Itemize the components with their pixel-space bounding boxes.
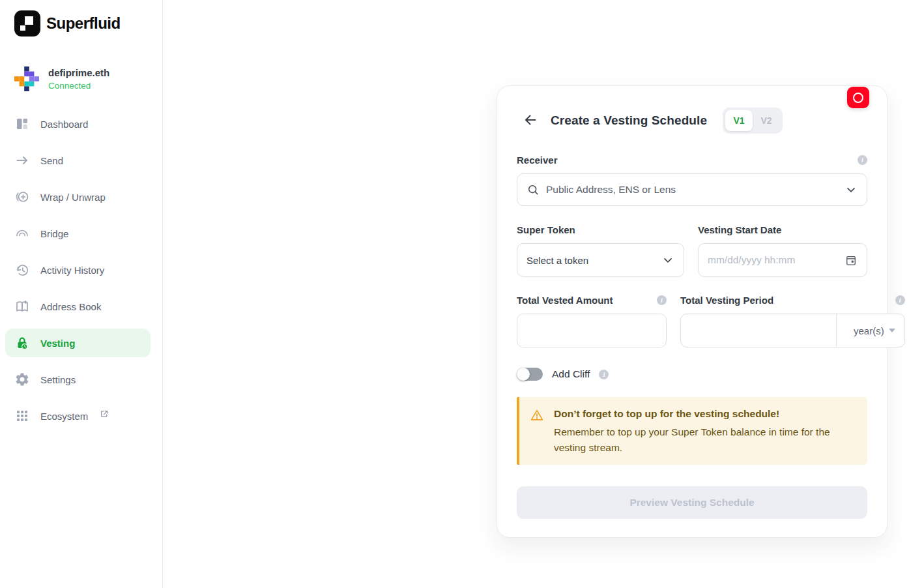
tab-v2[interactable]: V2 [753,110,780,131]
preview-vesting-schedule-button[interactable]: Preview Vesting Schedule [517,486,867,519]
chevron-down-icon [661,254,674,267]
alert-body: Remember to top up your Super Token bala… [554,424,847,455]
sidebar: Superfluid defiprime.eth Connected Dashb… [0,0,163,588]
total-vesting-period-label: Total Vesting Period [680,295,773,306]
network-badge-button[interactable] [847,87,869,108]
total-vesting-period-field[interactable]: year(s) [680,314,905,347]
sidebar-item-settings[interactable]: Settings [5,365,151,394]
sidebar-nav: Dashboard Send Wrap / Unwrap Bridge Acti… [0,110,162,438]
total-vested-amount-info-icon[interactable]: i [657,295,667,305]
token-select[interactable]: Select a token [517,243,684,277]
wrap-unwrap-icon [14,189,30,205]
receiver-info-icon[interactable]: i [858,155,867,165]
warning-alert: Don’t forget to top up for the vesting s… [517,397,867,465]
period-unit-value: year(s) [854,325,884,336]
total-vested-amount-input[interactable] [527,325,657,336]
sidebar-item-label: Settings [40,374,76,385]
total-vested-amount-label: Total Vested Amount [517,295,613,306]
back-button[interactable] [522,112,539,129]
search-icon [527,183,540,196]
superfluid-logo-icon [14,10,40,37]
sidebar-item-address-book[interactable]: Address Book [5,292,151,321]
sidebar-item-label: Dashboard [40,119,88,130]
tab-v1[interactable]: V1 [725,110,753,131]
sidebar-item-label: Address Book [40,301,101,312]
vesting-start-date-field[interactable] [698,243,867,277]
token-select-value: Select a token [527,255,655,266]
bridge-icon [14,226,30,241]
total-vested-amount-field[interactable] [517,314,667,347]
sidebar-item-label: Wrap / Unwrap [40,192,106,203]
external-link-icon [100,409,109,419]
toggle-thumb [517,368,530,381]
sidebar-item-activity-history[interactable]: Activity History [5,256,151,284]
sidebar-item-label: Bridge [40,228,68,239]
add-cliff-label: Add Cliff [552,368,590,380]
vesting-lock-clock-icon [14,335,30,351]
sidebar-item-bridge[interactable]: Bridge [5,219,151,248]
caret-down-icon [889,329,895,332]
send-arrow-icon [14,153,30,168]
sidebar-item-label: Activity History [40,265,104,276]
dashboard-icon [14,116,30,132]
divider [836,314,837,347]
create-vesting-schedule-card: Create a Vesting Schedule V1 V2 Receiver… [497,85,888,538]
page-title: Create a Vesting Schedule [551,113,707,128]
add-cliff-info-icon[interactable]: i [599,370,609,379]
version-toggle: V1 V2 [723,108,783,134]
main-content: Create a Vesting Schedule V1 V2 Receiver… [163,0,924,588]
vesting-form: Receiver i Super Token Select [517,154,867,519]
sidebar-item-dashboard[interactable]: Dashboard [5,110,151,138]
vesting-start-date-input[interactable] [708,254,838,266]
receiver-input[interactable] [546,184,838,196]
card-header: Create a Vesting Schedule V1 V2 [517,108,867,134]
warning-triangle-icon [530,408,544,422]
optimism-icon [853,93,863,103]
calendar-icon[interactable] [845,254,858,267]
superfluid-logo[interactable]: Superfluid [0,10,162,37]
arrow-left-icon [523,112,538,128]
connection-status: Connected [48,81,109,91]
add-cliff-row: Add Cliff i [517,367,867,381]
apps-grid-icon [14,408,30,424]
chevron-down-icon[interactable] [845,183,858,196]
sidebar-item-label: Send [40,155,63,166]
sidebar-item-label: Vesting [40,338,75,349]
sidebar-item-label: Ecosystem [40,411,88,422]
receiver-label: Receiver [517,154,558,166]
total-vesting-period-input[interactable] [681,325,830,336]
alert-title: Don’t forget to top up for the vesting s… [554,407,847,421]
total-vesting-period-info-icon[interactable]: i [895,295,905,305]
super-token-label: Super Token [517,224,575,235]
sidebar-item-send[interactable]: Send [5,146,151,175]
activity-history-icon [14,262,30,278]
period-unit-select[interactable]: year(s) [843,314,904,347]
avatar [14,66,39,91]
gear-icon [14,372,30,387]
account-name: defiprime.eth [48,67,109,78]
logo-wordmark: Superfluid [46,14,121,33]
sidebar-item-ecosystem[interactable]: Ecosystem [5,402,151,430]
receiver-field[interactable] [517,173,867,206]
account-button[interactable]: defiprime.eth Connected [0,66,162,91]
sidebar-item-vesting[interactable]: Vesting [5,329,151,357]
add-cliff-toggle[interactable] [517,367,543,381]
sidebar-item-wrap-unwrap[interactable]: Wrap / Unwrap [5,183,151,211]
vesting-start-date-label: Vesting Start Date [698,224,781,235]
address-book-icon [14,299,30,314]
